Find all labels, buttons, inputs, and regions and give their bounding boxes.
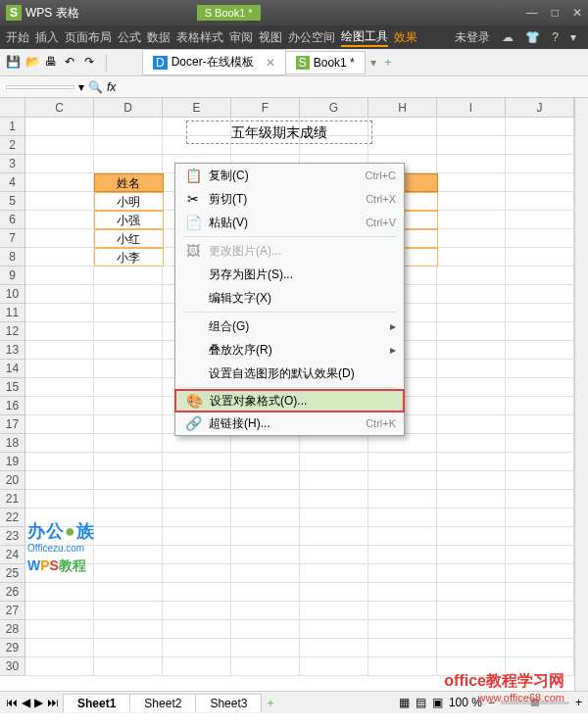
cell[interactable] — [163, 602, 231, 620]
cell[interactable] — [437, 620, 506, 639]
tab-close-icon[interactable]: ✕ — [266, 56, 275, 70]
cell[interactable] — [300, 527, 368, 546]
menu-save-as-image[interactable]: 另存为图片(S)... — [175, 263, 404, 286]
cell[interactable] — [506, 415, 574, 434]
col-header[interactable]: D — [94, 98, 163, 117]
cell[interactable]: 小明 — [94, 192, 164, 211]
cell[interactable] — [506, 434, 574, 453]
cell[interactable] — [506, 267, 574, 285]
cell[interactable] — [94, 341, 163, 360]
menu-effects[interactable]: 效果 — [394, 29, 417, 46]
cell[interactable] — [231, 602, 300, 620]
cell[interactable] — [437, 602, 506, 620]
cell[interactable] — [94, 564, 163, 583]
menu-group[interactable]: 组合(G) ▸ — [175, 315, 404, 338]
cell[interactable] — [368, 564, 437, 583]
save-icon[interactable]: 💾 — [6, 55, 22, 71]
cell[interactable] — [94, 136, 163, 155]
row-header[interactable]: 12 — [0, 322, 25, 341]
row-header[interactable]: 27 — [0, 602, 25, 620]
cell[interactable] — [231, 546, 300, 564]
cell[interactable] — [506, 509, 574, 527]
cell[interactable] — [25, 304, 94, 322]
cell[interactable] — [163, 583, 231, 602]
cell[interactable] — [25, 155, 94, 173]
cell[interactable] — [163, 471, 231, 490]
row-header[interactable]: 9 — [0, 267, 25, 285]
cell[interactable] — [94, 360, 163, 378]
cell[interactable] — [437, 304, 506, 322]
cell[interactable] — [300, 639, 368, 657]
cell[interactable] — [368, 453, 437, 471]
cell[interactable] — [25, 434, 94, 453]
col-header[interactable]: F — [231, 98, 300, 117]
cell[interactable] — [231, 657, 300, 676]
row-header[interactable]: 1 — [0, 118, 25, 136]
cell[interactable] — [163, 546, 231, 564]
row-header[interactable]: 24 — [0, 546, 25, 564]
cell[interactable] — [506, 173, 574, 192]
cell[interactable] — [231, 490, 300, 509]
row-header[interactable]: 19 — [0, 453, 25, 471]
cell[interactable] — [437, 434, 506, 453]
sheet-nav-last-icon[interactable]: ⏭ — [47, 696, 59, 709]
cell[interactable] — [231, 639, 300, 657]
redo-icon[interactable]: ↷ — [84, 55, 100, 71]
cell[interactable] — [25, 490, 94, 509]
cell[interactable] — [437, 583, 506, 602]
col-header[interactable]: G — [300, 98, 368, 117]
cell[interactable] — [438, 192, 507, 211]
cell[interactable] — [368, 490, 437, 509]
row-header[interactable]: 10 — [0, 285, 25, 304]
cell[interactable] — [163, 490, 231, 509]
print-icon[interactable]: 🖶 — [45, 55, 61, 71]
menu-cut[interactable]: ✂ 剪切(T) Ctrl+X — [175, 187, 404, 211]
cell[interactable] — [231, 453, 300, 471]
cell[interactable] — [368, 639, 437, 657]
cell[interactable] — [25, 322, 94, 341]
shirt-icon[interactable]: 👕 — [525, 30, 540, 44]
col-header[interactable]: J — [506, 98, 574, 117]
cell[interactable] — [437, 546, 506, 564]
menu-drawing-tools[interactable]: 绘图工具 — [341, 28, 388, 47]
cell[interactable] — [25, 285, 94, 304]
row-header[interactable]: 22 — [0, 509, 25, 527]
cell[interactable] — [437, 527, 506, 546]
cell[interactable] — [94, 620, 163, 639]
row-header[interactable]: 6 — [0, 211, 25, 229]
maximize-icon[interactable]: □ — [552, 6, 559, 20]
menu-review[interactable]: 审阅 — [229, 29, 253, 46]
cell[interactable] — [300, 509, 368, 527]
cell[interactable] — [94, 434, 163, 453]
cell[interactable] — [25, 602, 94, 620]
cell[interactable] — [437, 118, 506, 136]
col-header[interactable]: I — [437, 98, 506, 117]
cell[interactable] — [437, 322, 506, 341]
cell[interactable] — [506, 155, 574, 173]
cell[interactable] — [437, 360, 506, 378]
vertical-scrollbar[interactable] — [574, 98, 588, 691]
cell[interactable] — [506, 453, 574, 471]
menu-insert[interactable]: 插入 — [35, 29, 59, 46]
cell[interactable] — [231, 564, 300, 583]
cell[interactable] — [163, 453, 231, 471]
view-normal-icon[interactable]: ▦ — [399, 696, 410, 709]
row-header[interactable]: 13 — [0, 341, 25, 360]
cell[interactable] — [25, 620, 94, 639]
cell[interactable] — [506, 471, 574, 490]
row-header[interactable]: 25 — [0, 564, 25, 583]
sheet-tab-1[interactable]: Sheet1 — [63, 694, 130, 712]
cell[interactable] — [25, 118, 94, 136]
cell[interactable] — [94, 397, 163, 415]
cell[interactable] — [300, 657, 368, 676]
menu-format-object[interactable]: 🎨 设置对象格式(O)... — [174, 389, 405, 412]
cell[interactable] — [300, 620, 368, 639]
cell[interactable] — [300, 471, 368, 490]
cell[interactable] — [163, 620, 231, 639]
cell[interactable] — [506, 192, 574, 211]
cell[interactable] — [368, 434, 437, 453]
row-header[interactable]: 11 — [0, 304, 25, 322]
row-header[interactable]: 14 — [0, 360, 25, 378]
cell[interactable] — [94, 509, 163, 527]
cell[interactable] — [506, 229, 574, 248]
